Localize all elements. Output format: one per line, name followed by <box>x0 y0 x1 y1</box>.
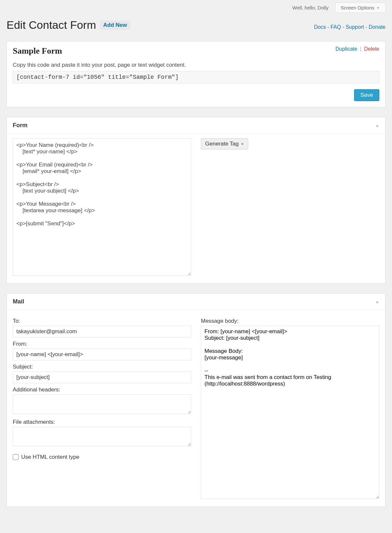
save-button[interactable]: Save <box>354 89 379 101</box>
form-title: Sample Form <box>13 46 379 56</box>
chevron-down-icon: ▼ <box>241 142 244 146</box>
donate-link[interactable]: Donate <box>368 24 385 30</box>
attachments-label: File attachments: <box>13 419 191 425</box>
headers-label: Additional headers: <box>13 387 191 393</box>
screen-options-label: Screen Options <box>341 5 374 10</box>
form-panel: Form ▲ Generate Tag ▼ <box>7 117 385 284</box>
support-link[interactable]: Support <box>346 24 364 30</box>
chevron-down-icon: ▼ <box>376 6 380 10</box>
shortcode-hint: Copy this code and paste it into your po… <box>13 62 379 68</box>
generate-tag-label: Generate Tag <box>205 141 239 147</box>
form-panel-title: Form <box>13 122 27 129</box>
screen-options-button[interactable]: Screen Options ▼ <box>335 3 385 13</box>
collapse-icon[interactable]: ▲ <box>375 299 379 304</box>
from-label: From: <box>13 341 191 347</box>
shortcode-input[interactable] <box>13 71 379 83</box>
generate-tag-button[interactable]: Generate Tag ▼ <box>201 138 248 149</box>
subject-input[interactable] <box>13 371 191 383</box>
form-info-panel: Sample Form Duplicate | Delete Copy this… <box>7 41 385 107</box>
to-input[interactable] <box>13 326 191 337</box>
headers-textarea[interactable] <box>13 394 191 414</box>
to-label: To: <box>13 318 191 324</box>
page-title: Edit Contact Form <box>7 19 96 31</box>
greeting-text: Well, hello, Dolly <box>292 5 329 10</box>
body-label: Message body: <box>201 318 379 324</box>
help-links: Docs - FAQ - Support - Donate <box>314 24 385 30</box>
faq-link[interactable]: FAQ <box>331 24 341 30</box>
pipe-separator: | <box>360 46 361 52</box>
collapse-icon[interactable]: ▲ <box>375 123 379 128</box>
attachments-textarea[interactable] <box>13 427 191 446</box>
duplicate-link[interactable]: Duplicate <box>335 46 357 52</box>
message-body-textarea[interactable] <box>201 326 379 499</box>
from-input[interactable] <box>13 349 191 360</box>
mail-panel-title: Mail <box>13 298 24 305</box>
html-content-checkbox[interactable] <box>13 454 19 460</box>
delete-link[interactable]: Delete <box>364 46 379 52</box>
add-new-button[interactable]: Add New <box>100 21 130 30</box>
subject-label: Subject: <box>13 364 191 370</box>
form-code-textarea[interactable] <box>13 138 191 276</box>
docs-link[interactable]: Docs <box>314 24 326 30</box>
mail-panel: Mail ▲ To: From: Subject: Additional hea… <box>7 293 385 507</box>
html-content-label: Use HTML content type <box>21 454 79 460</box>
html-content-row[interactable]: Use HTML content type <box>13 454 191 460</box>
